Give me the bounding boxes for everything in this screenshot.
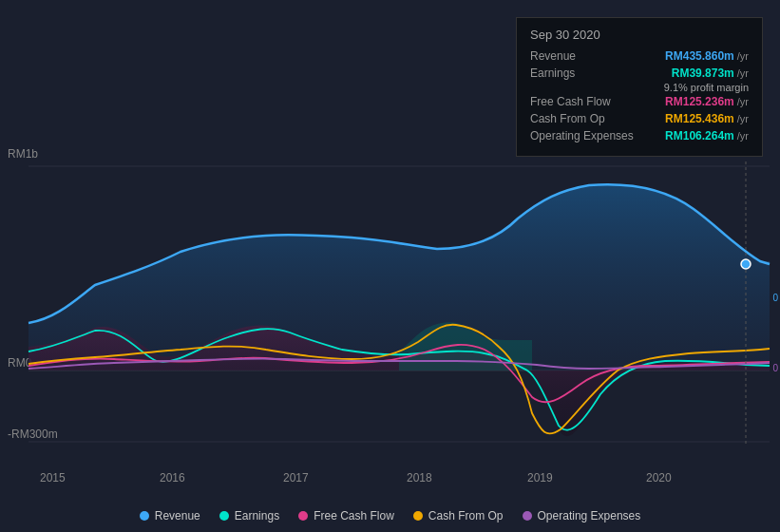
svg-point-4 [741,259,751,269]
tooltip-value-opex: RM106.264m [665,129,734,142]
legend-opex[interactable]: Operating Expenses [523,509,641,522]
tooltip-unit-earnings: /yr [737,67,749,79]
data-tooltip: Sep 30 2020 Revenue RM435.860m/yr Earnin… [516,17,763,157]
tooltip-label-revenue: Revenue [530,49,576,63]
legend-fcf[interactable]: Free Cash Flow [298,509,394,522]
chart-legend: Revenue Earnings Free Cash Flow Cash Fro… [0,509,780,522]
legend-dot-opex [523,511,532,521]
tooltip-value-fcf: RM125.236m [665,95,734,108]
legend-label-fcf: Free Cash Flow [314,509,394,522]
tooltip-unit-fcf: /yr [737,96,749,107]
legend-label-revenue: Revenue [155,509,200,522]
legend-dot-cashop [413,511,423,521]
legend-earnings[interactable]: Earnings [219,509,279,522]
tooltip-row-revenue: Revenue RM435.860m/yr [530,49,749,63]
tooltip-row-earnings: Earnings RM39.873m/yr [530,66,749,80]
tooltip-label-earnings: Earnings [530,66,575,80]
tooltip-unit-cashop: /yr [737,113,749,124]
tooltip-value-revenue: RM435.860m [665,49,734,63]
tooltip-unit-revenue: /yr [737,50,749,62]
tooltip-value-cashop: RM125.436m [665,112,734,125]
tooltip-title: Sep 30 2020 [530,28,749,42]
legend-cashop[interactable]: Cash From Op [413,509,504,522]
tooltip-row-opex: Operating Expenses RM106.264m/yr [530,129,749,142]
tooltip-row-fcf: Free Cash Flow RM125.236m/yr [530,95,749,108]
legend-revenue[interactable]: Revenue [140,509,200,522]
legend-label-opex: Operating Expenses [538,509,641,522]
profit-margin: 9.1% profit margin [530,82,749,93]
tooltip-row-cashop: Cash From Op RM125.436m/yr [530,112,749,125]
legend-dot-revenue [140,511,149,521]
legend-dot-earnings [219,511,229,521]
legend-label-cashop: Cash From Op [428,509,504,522]
legend-dot-fcf [298,511,308,521]
legend-label-earnings: Earnings [235,509,279,522]
tooltip-unit-opex: /yr [737,130,749,142]
tooltip-label-opex: Operating Expenses [530,129,634,142]
tooltip-label-fcf: Free Cash Flow [530,95,611,108]
tooltip-label-cashop: Cash From Op [530,112,605,125]
tooltip-value-earnings: RM39.873m [672,66,734,80]
